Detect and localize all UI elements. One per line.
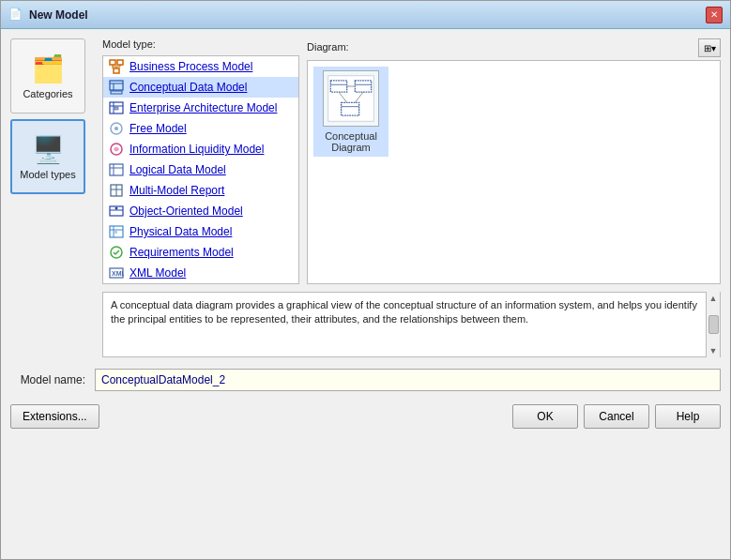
extensions-button[interactable]: Extensions... [10,404,99,429]
diagram-thumb [323,70,379,127]
svg-rect-10 [111,91,122,94]
eam-label: Enterprise Architecture Model [129,101,277,114]
xml-label: XML Model [129,266,186,280]
eam-icon [109,100,124,115]
model-list: Business Process Model Conceptual Data M… [103,56,298,283]
title-bar-icon: 📄 [8,8,23,23]
bpm-icon [109,59,124,74]
categories-label: Categories [23,88,72,99]
svg-rect-2 [114,68,119,73]
model-types-icon: 🖥️ [32,134,65,165]
scrollbar-right[interactable]: ▲ ▼ [706,292,720,357]
dialog-body: 🗂️ Categories 🖥️ Model types Model type: [1,29,730,559]
list-item[interactable]: Requirements Model [103,242,298,263]
center-panel: Model type: Business Process Model [102,38,721,357]
diagram-view-toggle[interactable]: ⊞▾ [698,38,721,57]
svg-point-26 [115,207,118,210]
main-area: 🗂️ Categories 🖥️ Model types Model type: [10,38,721,357]
scroll-up-arrow[interactable]: ▲ [709,294,718,303]
svg-rect-1 [117,60,123,65]
list-item[interactable]: XML XML Model [103,263,298,283]
diagram-label: Diagram: [307,41,349,53]
button-row: Extensions... OK Cancel Help [10,404,721,429]
title-bar-title: New Model [29,8,706,22]
bpm-label: Business Process Model [129,60,252,73]
svg-rect-39 [342,102,359,115]
xml-icon: XML [109,265,124,280]
model-name-label: Model name: [10,373,85,386]
svg-rect-0 [110,60,115,65]
model-name-input[interactable] [95,369,721,391]
list-item[interactable]: Object-Oriented Model [103,201,298,221]
req-label: Requirements Model [129,246,234,259]
list-item[interactable]: Multi-Model Report [103,180,298,201]
svg-rect-18 [110,164,123,175]
model-type-label: Model type: [102,38,299,50]
diagram-header: Diagram: ⊞▾ [307,38,721,57]
mmr-label: Multi-Model Report [129,184,224,197]
req-icon [109,245,124,260]
svg-rect-30 [114,231,117,234]
model-list-container[interactable]: Business Process Model Conceptual Data M… [102,55,299,284]
list-item[interactable]: Business Process Model [103,56,298,77]
model-list-wrapper: Model type: Business Process Model [102,38,299,284]
list-item[interactable]: Conceptual Data Model [103,77,298,98]
diagram-panel[interactable]: Conceptual Diagram [307,60,721,284]
svg-rect-14 [114,107,118,110]
cdm-icon [109,80,124,95]
diagram-item-conceptual[interactable]: Conceptual Diagram [313,67,388,157]
free-icon [109,121,124,136]
ldm-label: Logical Data Model [129,163,226,176]
diagram-section: Diagram: ⊞▾ [307,38,721,284]
svg-text:XML: XML [112,270,124,277]
ilm-icon [109,142,124,157]
categories-icon: 🗂️ [32,53,65,84]
pdm-icon [109,224,124,239]
mmr-icon [109,183,124,198]
ilm-label: Information Liquidity Model [129,143,264,156]
ok-button[interactable]: OK [512,404,578,429]
model-types-button[interactable]: 🖥️ Model types [10,119,85,194]
oom-label: Object-Oriented Model [129,204,243,218]
oom-icon [109,204,124,219]
new-model-dialog: 📄 New Model ✕ 🗂️ Categories 🖥️ Model typ… [0,0,731,560]
title-bar: 📄 New Model ✕ [1,1,730,29]
conceptual-diagram-label: Conceptual Diagram [317,130,385,153]
cdm-label: Conceptual Data Model [129,81,247,94]
list-item[interactable]: Physical Data Model [103,221,298,242]
svg-rect-7 [110,81,123,90]
free-label: Free Model [129,122,187,135]
list-item[interactable]: Enterprise Architecture Model [103,98,298,118]
svg-point-16 [114,127,118,130]
model-types-label: Model types [20,169,75,180]
list-item[interactable]: Free Model [103,118,298,139]
list-item[interactable]: Logical Data Model [103,159,298,180]
scroll-down-arrow[interactable]: ▼ [709,346,718,356]
help-button[interactable]: Help [655,404,721,429]
svg-rect-37 [355,81,371,92]
description-wrapper: A conceptual data diagram provides a gra… [102,292,721,357]
categories-button[interactable]: 🗂️ Categories [10,38,85,114]
model-name-row: Model name: [10,369,721,391]
close-button[interactable]: ✕ [706,7,723,23]
svg-rect-35 [330,81,346,92]
pdm-label: Physical Data Model [129,225,232,238]
left-panel: 🗂️ Categories 🖥️ Model types [10,38,95,357]
cancel-button[interactable]: Cancel [584,404,649,429]
scroll-thumb[interactable] [708,315,719,334]
description-text: A conceptual data diagram provides a gra… [102,292,721,357]
ldm-icon [109,162,124,177]
model-type-section: Model type: Business Process Model [102,38,721,284]
list-item[interactable]: Information Liquidity Model [103,139,298,159]
